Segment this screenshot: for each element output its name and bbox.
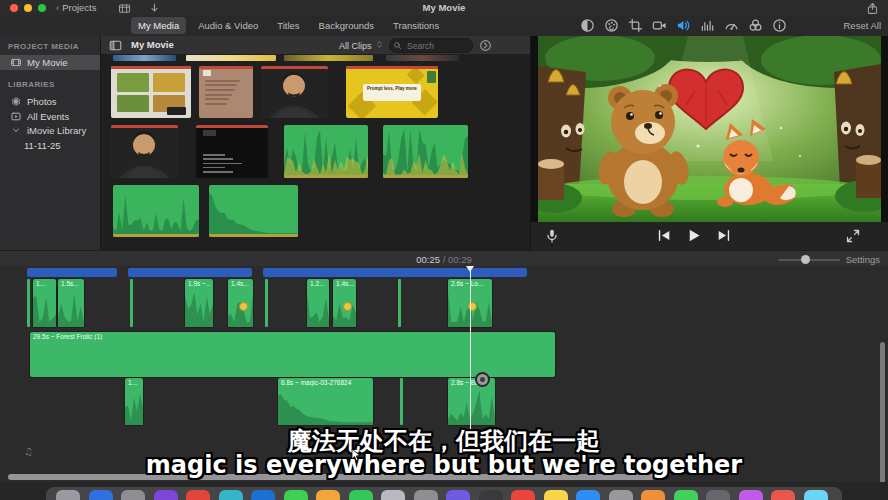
dock-app-icon-4[interactable]: [154, 490, 178, 500]
timeline-clip[interactable]: 6.8s ~ magic-03-276824: [278, 378, 373, 425]
media-thumbnail-waveform[interactable]: [383, 125, 468, 178]
dock-app-icon-13[interactable]: [446, 490, 470, 500]
clip-fragment[interactable]: [265, 279, 268, 327]
window-title: My Movie: [0, 2, 888, 13]
timecode-display: 00:25 / 00:29: [0, 254, 888, 265]
dock-app-icon-16[interactable]: [544, 490, 568, 500]
libraries-header: LIBRARIES: [8, 80, 55, 89]
clip-fragment[interactable]: [400, 378, 403, 425]
dock-app-icon-19[interactable]: [641, 490, 665, 500]
circle-arrow-icon[interactable]: [479, 38, 493, 52]
timeline-clip[interactable]: 1.9s ~...: [185, 279, 213, 327]
preview-pane: [530, 36, 888, 250]
tab-transitions[interactable]: Transitions: [386, 17, 446, 34]
imovie-window: ‹Projects My Movie My MediaAudio & Video…: [0, 0, 888, 500]
title-track-bar[interactable]: [263, 268, 527, 277]
clips-filter-dropdown[interactable]: All Clips: [339, 39, 384, 52]
media-thumbnail-person[interactable]: [261, 66, 328, 118]
color-correction-icon[interactable]: [604, 18, 619, 33]
dock-app-icon-18[interactable]: [609, 490, 633, 500]
voiceover-mic-icon[interactable]: [544, 228, 560, 244]
dock-app-icon-11[interactable]: [381, 490, 405, 500]
color-balance-icon[interactable]: [580, 18, 595, 33]
tab-my-media[interactable]: My Media: [131, 17, 186, 34]
sidebar-item-imovie-library[interactable]: iMovie Library: [0, 123, 100, 138]
timeline-clip[interactable]: 1.5s...: [58, 279, 84, 327]
play-button[interactable]: [686, 227, 703, 244]
dock-app-icon-23[interactable]: [771, 490, 795, 500]
reset-all-button[interactable]: Reset All: [844, 20, 882, 31]
speed-icon[interactable]: [724, 18, 739, 33]
dock-app-icon-7[interactable]: [251, 490, 275, 500]
sidebar-item-photos[interactable]: Photos: [0, 94, 100, 109]
search-field[interactable]: [389, 38, 473, 53]
crop-icon[interactable]: [628, 18, 643, 33]
volume-icon[interactable]: [676, 18, 691, 33]
media-thumbnail-partial[interactable]: [113, 55, 176, 61]
media-thumbnail-waveform-decay[interactable]: [209, 185, 298, 237]
tab-audio-video[interactable]: Audio & Video: [191, 17, 265, 34]
dock-app-icon-1[interactable]: [56, 490, 80, 500]
preview-controls: [531, 222, 888, 250]
dock-app-icon-17[interactable]: [576, 490, 600, 500]
timeline-zoom-slider-knob[interactable]: [801, 255, 810, 264]
dock-app-icon-15[interactable]: [511, 490, 535, 500]
media-thumbnail-partial[interactable]: [284, 55, 373, 61]
media-thumbnail-webpage[interactable]: [111, 66, 191, 118]
dock-app-icon-8[interactable]: [284, 490, 308, 500]
sidebar-item-my-movie[interactable]: My Movie: [0, 55, 100, 70]
timeline-clip[interactable]: 2.8s ~ Bub...: [448, 378, 495, 425]
timeline-clip[interactable]: 1...: [125, 378, 143, 425]
dock-app-icon-12[interactable]: [414, 490, 438, 500]
info-icon[interactable]: [772, 18, 787, 33]
sidebar-item-all-events[interactable]: All Events: [0, 109, 100, 124]
dock-app-icon-21[interactable]: [706, 490, 730, 500]
media-thumbnail-partial[interactable]: [386, 55, 459, 61]
timeline-clip[interactable]: 1.4s...: [333, 279, 356, 327]
clip-fragment[interactable]: [398, 279, 401, 327]
title-track-bar[interactable]: [27, 268, 117, 277]
next-frame-button[interactable]: [716, 227, 733, 244]
media-thumbnail-terminal[interactable]: [196, 125, 268, 178]
title-track-bar[interactable]: [128, 268, 252, 277]
dock-app-icon-3[interactable]: [121, 490, 145, 500]
project-media-header: PROJECT MEDIA: [8, 42, 79, 51]
filters-icon[interactable]: [748, 18, 763, 33]
media-thumbnail-waveform-spiky[interactable]: [113, 185, 199, 237]
timeline-clip[interactable]: 1...: [33, 279, 56, 327]
dock-app-icon-20[interactable]: [674, 490, 698, 500]
fullscreen-icon[interactable]: [845, 228, 861, 244]
previous-frame-button[interactable]: [656, 227, 673, 244]
media-thumbnail-partial[interactable]: [186, 55, 276, 61]
sidebar-toggle-icon[interactable]: [109, 38, 123, 51]
mouse-cursor: [351, 448, 361, 462]
clip-fragment[interactable]: [27, 279, 30, 327]
search-input[interactable]: [405, 39, 471, 53]
dock-app-icon-14[interactable]: [479, 490, 503, 500]
timeline-clip[interactable]: 1.4s...: [228, 279, 253, 327]
dock-app-icon-22[interactable]: [739, 490, 763, 500]
browser-header: My Movie All Clips: [101, 36, 530, 55]
timeline-settings-button[interactable]: Settings: [846, 254, 880, 265]
media-thumbnail-waveform[interactable]: [284, 125, 368, 178]
dock-app-icon-6[interactable]: [219, 490, 243, 500]
dock-app-icon-5[interactable]: [186, 490, 210, 500]
clip-fragment[interactable]: [130, 279, 133, 327]
dock-app-icon-24[interactable]: [804, 490, 828, 500]
timeline-clip[interactable]: 1.2...: [307, 279, 329, 327]
timeline-clip[interactable]: 29.5s ~ Forest Frolic (1): [30, 332, 555, 377]
tab-titles[interactable]: Titles: [270, 17, 306, 34]
share-icon[interactable]: [866, 1, 880, 14]
tab-backgrounds[interactable]: Backgrounds: [312, 17, 381, 34]
media-thumbnail-document[interactable]: [199, 66, 253, 118]
media-thumbnail-person[interactable]: [111, 125, 178, 178]
browser-title: My Movie: [131, 39, 174, 50]
dock-app-icon-10[interactable]: [349, 490, 373, 500]
dock-app-icon-2[interactable]: [89, 490, 113, 500]
filmstrip-icon: [10, 57, 22, 68]
sidebar-item-11-11-25[interactable]: 11-11-25: [0, 138, 100, 153]
dock-app-icon-9[interactable]: [316, 490, 340, 500]
stabilization-icon[interactable]: [652, 18, 667, 33]
media-thumbnail-promo[interactable]: Prompt less, Play more: [346, 66, 438, 118]
noise-reduction-icon[interactable]: [700, 18, 715, 33]
